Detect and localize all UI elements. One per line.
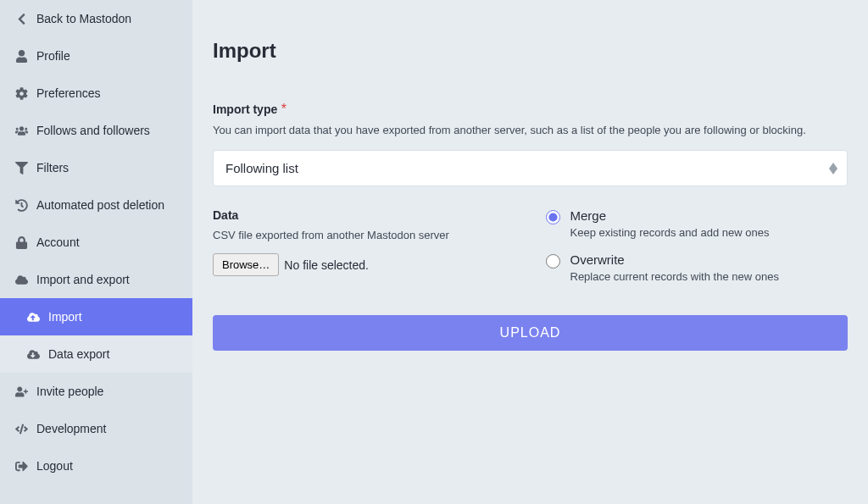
sidebar-item-label: Development bbox=[36, 422, 107, 435]
cloud-download-icon bbox=[27, 348, 40, 361]
sidebar-item-label: Import and export bbox=[36, 273, 130, 286]
sidebar-item-follows[interactable]: Follows and followers bbox=[0, 112, 192, 149]
data-label: Data bbox=[213, 208, 515, 222]
user-icon bbox=[15, 50, 28, 63]
import-type-section: Import type * You can import data that y… bbox=[213, 102, 848, 186]
merge-hint: Keep existing records and add new ones bbox=[570, 226, 770, 239]
user-plus-icon bbox=[15, 385, 28, 398]
sidebar-item-development[interactable]: Development bbox=[0, 410, 192, 447]
file-status: No file selected. bbox=[284, 258, 369, 272]
sidebar-item-import-export[interactable]: Import and export bbox=[0, 261, 192, 298]
sidebar-item-label: Filters bbox=[36, 161, 69, 174]
sidebar-item-label: Automated post deletion bbox=[36, 198, 164, 212]
cloud-upload-icon bbox=[27, 311, 40, 324]
sidebar-item-label: Invite people bbox=[36, 385, 103, 398]
history-icon bbox=[15, 199, 28, 212]
sidebar-item-label: Logout bbox=[36, 459, 73, 473]
mode-section: Merge Keep existing records and add new … bbox=[546, 208, 849, 283]
browse-button[interactable]: Browse… bbox=[213, 253, 279, 276]
import-type-hint: You can import data that you have export… bbox=[213, 124, 848, 136]
sidebar-item-label: Preferences bbox=[36, 86, 100, 100]
sidebar-item-preferences[interactable]: Preferences bbox=[0, 75, 192, 112]
filter-icon bbox=[15, 162, 28, 174]
radio-option-merge[interactable]: Merge Keep existing records and add new … bbox=[546, 208, 849, 239]
sidebar-item-invite[interactable]: Invite people bbox=[0, 373, 192, 410]
upload-button[interactable]: UPLOAD bbox=[213, 315, 848, 351]
sidebar-item-automated-deletion[interactable]: Automated post deletion bbox=[0, 186, 192, 224]
sidebar-item-label: Import bbox=[48, 310, 82, 324]
sidebar-item-label: Follows and followers bbox=[36, 124, 150, 137]
sidebar-item-account[interactable]: Account bbox=[0, 224, 192, 261]
sidebar-item-profile[interactable]: Profile bbox=[0, 37, 192, 75]
sidebar-item-import[interactable]: Import bbox=[0, 298, 192, 335]
data-hint: CSV file exported from another Mastodon … bbox=[213, 229, 515, 241]
lock-icon bbox=[15, 236, 28, 249]
code-icon bbox=[15, 423, 28, 435]
sidebar-item-data-export[interactable]: Data export bbox=[0, 335, 192, 373]
users-icon bbox=[15, 125, 28, 137]
overwrite-label: Overwrite bbox=[570, 252, 779, 267]
merge-radio[interactable] bbox=[546, 210, 560, 224]
cloud-icon bbox=[15, 274, 28, 286]
sidebar-item-back[interactable]: Back to Mastodon bbox=[0, 0, 192, 37]
gear-icon bbox=[15, 87, 28, 100]
import-type-select[interactable]: Following list bbox=[213, 150, 848, 186]
sidebar-item-logout[interactable]: Logout bbox=[0, 447, 192, 485]
sidebar-item-label: Data export bbox=[48, 347, 109, 361]
overwrite-hint: Replace current records with the new one… bbox=[570, 270, 779, 283]
data-section: Data CSV file exported from another Mast… bbox=[213, 208, 515, 283]
sidebar-item-label: Back to Mastodon bbox=[36, 12, 131, 25]
sidebar-item-label: Profile bbox=[36, 49, 70, 63]
logout-icon bbox=[15, 460, 28, 473]
overwrite-radio[interactable] bbox=[546, 254, 560, 269]
sidebar-item-filters[interactable]: Filters bbox=[0, 149, 192, 186]
sidebar-item-label: Account bbox=[36, 235, 80, 249]
page-title: Import bbox=[213, 39, 848, 63]
sidebar: Back to Mastodon Profile Preferences Fol… bbox=[0, 0, 192, 504]
radio-option-overwrite[interactable]: Overwrite Replace current records with t… bbox=[546, 252, 849, 283]
merge-label: Merge bbox=[570, 208, 770, 223]
required-asterisk: * bbox=[281, 102, 287, 116]
chevron-left-icon bbox=[15, 13, 28, 25]
main-content: Import Import type * You can import data… bbox=[192, 0, 868, 504]
import-type-label: Import type bbox=[213, 102, 277, 116]
